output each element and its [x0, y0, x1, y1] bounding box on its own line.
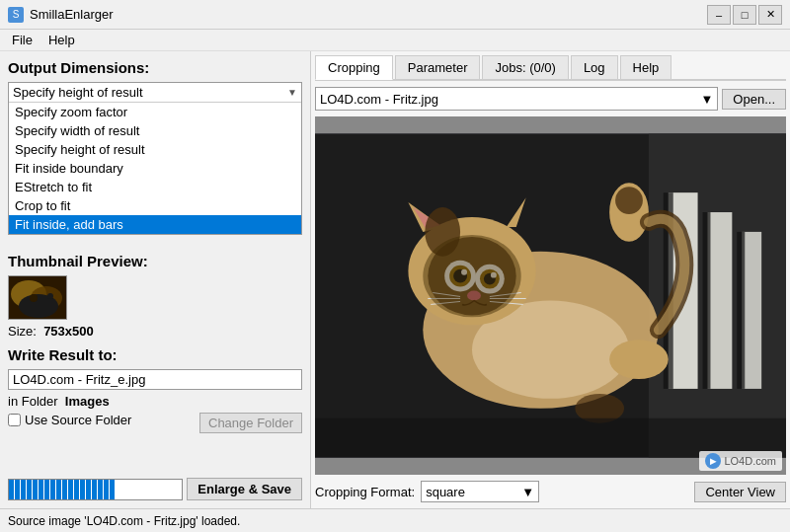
list-item-crop[interactable]: Crop to fit	[9, 196, 301, 215]
write-result-section: Write Result to: in Folder Images Use So…	[8, 346, 302, 470]
title-bar: S SmillaEnlarger – □ ✕	[0, 0, 790, 30]
image-area: ▶ LO4D.com	[315, 116, 786, 475]
main-layout: Output Dimensions: Specify height of res…	[0, 51, 790, 508]
svg-rect-13	[703, 212, 711, 389]
progress-bar	[8, 479, 183, 500]
center-view-button[interactable]: Center View	[694, 482, 786, 502]
svg-rect-14	[737, 232, 745, 389]
dropdown-selected: Specify height of result	[13, 85, 143, 100]
file-select-arrow: ▼	[700, 92, 713, 107]
file-select-value: LO4D.com - Fritz.jpg	[320, 92, 438, 107]
tab-help[interactable]: Help	[620, 55, 672, 79]
output-dimensions-title: Output Dimensions:	[8, 59, 302, 76]
dropdown-header[interactable]: Specify height of result ▼	[9, 83, 301, 103]
status-text: Source image 'LO4D.com - Fritz.jpg' load…	[8, 514, 240, 528]
list-item-zoom[interactable]: Specify zoom factor	[9, 103, 301, 121]
svg-point-42	[423, 235, 520, 317]
watermark-icon: ▶	[705, 453, 721, 469]
window-controls: – □ ✕	[707, 5, 782, 25]
tab-cropping[interactable]: Cropping	[315, 55, 393, 80]
folder-row: in Folder Images	[8, 394, 302, 409]
tab-jobs[interactable]: Jobs: (0/0)	[482, 55, 568, 79]
size-display: Size: 753x500	[8, 324, 302, 339]
svg-point-4	[30, 294, 38, 302]
list-item-stretch[interactable]: EStretch to fit	[9, 178, 301, 196]
dropdown-arrow-icon: ▼	[287, 87, 297, 98]
file-select-dropdown[interactable]: LO4D.com - Fritz.jpg ▼	[315, 87, 718, 111]
watermark-text: LO4D.com	[724, 455, 776, 467]
close-button[interactable]: ✕	[758, 5, 782, 25]
use-source-folder-row: Use Source Folder	[8, 413, 131, 427]
thumbnail-section: Thumbnail Preview: Size: 753x500	[8, 253, 302, 339]
open-button[interactable]: Open...	[722, 89, 786, 110]
use-source-folder-checkbox[interactable]	[8, 414, 21, 426]
enlarge-save-button[interactable]: Enlarge & Save	[187, 478, 302, 500]
use-source-folder-label: Use Source Folder	[25, 413, 131, 427]
svg-rect-10	[708, 212, 733, 389]
maximize-button[interactable]: □	[733, 5, 756, 25]
cropping-format-select[interactable]: square ▼	[421, 481, 539, 502]
svg-point-39	[615, 187, 643, 214]
svg-point-40	[609, 340, 669, 379]
file-row: LO4D.com - Fritz.jpg ▼ Open...	[315, 87, 786, 111]
window-title: SmillaEnlarger	[30, 7, 707, 22]
bottom-action-row: Enlarge & Save	[8, 478, 302, 500]
dimensions-dropdown: Specify height of result ▼ Specify zoom …	[8, 82, 302, 235]
size-value: 753x500	[43, 324, 94, 339]
status-bar: Source image 'LO4D.com - Fritz.jpg' load…	[0, 508, 790, 532]
thumbnail-title: Thumbnail Preview:	[8, 253, 302, 269]
cropping-format-label: Cropping Format:	[315, 485, 415, 499]
write-result-title: Write Result to:	[8, 346, 302, 363]
tab-parameter[interactable]: Parameter	[395, 55, 481, 79]
list-item-width[interactable]: Specify width of result	[9, 121, 301, 140]
thumbnail-svg	[9, 276, 66, 319]
menu-bar: File Help	[0, 30, 790, 51]
right-panel: Cropping Parameter Jobs: (0/0) Log Help …	[311, 51, 790, 508]
app-icon: S	[8, 7, 24, 23]
format-select-value: square	[426, 485, 465, 499]
format-select-arrow: ▼	[521, 485, 534, 499]
folder-label: in Folder	[8, 394, 58, 409]
bottom-controls: Cropping Format: square ▼ Center View	[315, 479, 786, 504]
size-label: Size:	[8, 324, 37, 339]
output-dimensions-section: Output Dimensions: Specify height of res…	[8, 59, 302, 245]
cat-image-svg	[315, 116, 786, 475]
minimize-button[interactable]: –	[707, 5, 731, 25]
folder-name: Images	[65, 394, 110, 409]
thumbnail-box	[8, 275, 67, 320]
tabs-row: Cropping Parameter Jobs: (0/0) Log Help	[315, 55, 786, 81]
tab-log[interactable]: Log	[571, 55, 618, 79]
svg-point-5	[47, 293, 53, 299]
list-item-fit-boundary[interactable]: Fit inside boundary	[9, 159, 301, 178]
list-item-height[interactable]: Specify height of result	[9, 140, 301, 159]
thumbnail-image	[9, 276, 66, 319]
list-item-fit-bars[interactable]: Fit inside, add bars	[9, 215, 301, 234]
filename-input[interactable]	[8, 369, 302, 390]
left-panel: Output Dimensions: Specify height of res…	[0, 51, 311, 508]
menu-help[interactable]: Help	[40, 31, 83, 49]
watermark: ▶ LO4D.com	[699, 451, 782, 471]
dropdown-list-items: Specify zoom factor Specify width of res…	[9, 103, 301, 234]
change-folder-button[interactable]: Change Folder	[199, 413, 302, 433]
cropping-format-row: Cropping Format: square ▼	[315, 481, 539, 502]
menu-file[interactable]: File	[4, 31, 40, 49]
